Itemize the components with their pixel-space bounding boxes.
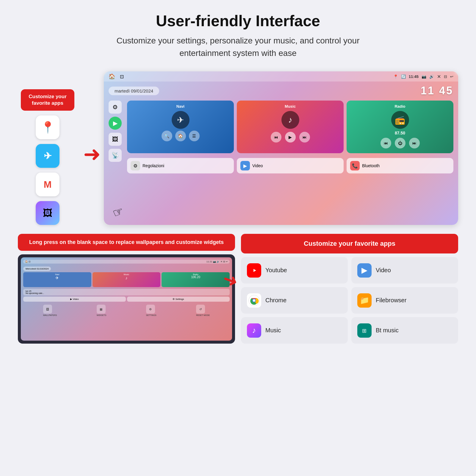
radio-label: Radio (350, 104, 450, 109)
bottom-left: Long press on the blank space to replace… (18, 234, 235, 344)
screen-topbar: 🏠 ⊡ 📍 🔄 11:45 📷 🔊 ✕ ⊟ ↩ (104, 71, 458, 82)
app-btmusic[interactable]: ⊞ Bt music (351, 317, 458, 344)
radio-icon: 📻 (391, 111, 409, 129)
filebrowser-icon: 📁 (357, 293, 372, 308)
screen-body: martedì 09/01/2024 11 45 ⚙ ▶ 🖼 📡 (104, 82, 458, 176)
music-app-icon: ♪ (247, 323, 261, 338)
mini-cards: Navi ✈ Music ♪ Radio 106.20 (23, 272, 230, 287)
chrome-icon (247, 293, 261, 308)
app-filebrowser[interactable]: 📁 Filebrowser (351, 287, 458, 314)
video-label: Video (252, 163, 263, 168)
mini-time: 11:21 📷 🔊 ✕ ⊟ ↩ (206, 260, 228, 263)
car-screen-wrapper: 🏠 ⊡ 📍 🔄 11:45 📷 🔊 ✕ ⊟ ↩ mar (104, 71, 458, 225)
mini-widgets-icon[interactable]: ▦ (97, 305, 106, 314)
music-play-btn[interactable]: ▶ (285, 132, 296, 143)
sidebar-gallery-icon[interactable]: 🖼 (109, 133, 122, 146)
mini-wallpapers-label: WALLPAPERS (43, 314, 57, 316)
navi-menu-btn[interactable]: ☰ (189, 131, 200, 141)
sidebar-settings-icon[interactable]: ⚙ (109, 101, 122, 114)
page-subtitle: Customize your settings, personalize you… (104, 35, 372, 60)
chrome-label: Chrome (265, 297, 286, 304)
mini-settings-tab-label: SETTINGS (146, 314, 156, 316)
car-screen: 🏠 ⊡ 📍 🔄 11:45 📷 🔊 ✕ ⊟ ↩ mar (104, 71, 458, 225)
screen-date-row: martedì 09/01/2024 11 45 (109, 84, 453, 97)
mini-radio-card: Radio 106.20 (162, 272, 230, 287)
app-icon-gmail[interactable]: M (36, 173, 60, 196)
btmusic-label: Bt music (376, 327, 399, 334)
app-icon-maps[interactable]: 📍 (36, 115, 60, 139)
right-arrow-icon: ➜ (83, 142, 101, 166)
mini-event: lun 15 No upcoming cale... (23, 289, 230, 295)
screen-time: 11 45 (421, 84, 453, 97)
app-music[interactable]: ♪ Music (241, 317, 348, 344)
back-icon[interactable]: ↩ (450, 74, 453, 79)
camera-icon: 📷 (422, 74, 426, 79)
customize-arrow: ➜ (83, 83, 101, 225)
bottom-right: Customize your favorite apps ➜ Youtube ▶… (241, 234, 458, 344)
music-prev-btn[interactable]: ⏮ (271, 132, 281, 143)
telegram-icon: ✈ (44, 150, 52, 162)
mini-wallpapers-icon[interactable]: 🖼 (43, 305, 52, 314)
svg-text:⊞: ⊞ (362, 328, 367, 334)
video-icon: ▶ (240, 161, 250, 170)
radio-freq: 87.50 (350, 131, 450, 135)
app-icon-gallery[interactable]: 🖼 (36, 201, 60, 225)
video-app-label: Video (376, 267, 391, 274)
close-icon[interactable]: ✕ (437, 74, 441, 79)
youtube-label: Youtube (265, 267, 287, 274)
navi-home-btn[interactable]: 🏠 (175, 131, 186, 141)
app-youtube[interactable]: Youtube (241, 257, 348, 284)
volume-icon: 🔊 (429, 74, 434, 79)
bluetooth-btn[interactable]: 📞 Bluetooth (347, 158, 453, 173)
sidebar-carplay-icon[interactable]: 📡 (109, 149, 122, 162)
bluetooth-icon: 📞 (350, 161, 360, 170)
mini-music-card: Music ♪ (93, 272, 161, 287)
music-card[interactable]: Music ♪ ⏮ ▶ ⏭ (237, 101, 344, 153)
video-btn[interactable]: ▶ Video (237, 158, 344, 173)
svg-point-5 (253, 299, 255, 302)
radio-next-btn[interactable]: ⏭ (409, 138, 420, 148)
video-app-icon: ▶ (357, 263, 372, 278)
music-next-btn[interactable]: ⏭ (299, 132, 310, 143)
location-icon: 📍 (393, 74, 398, 79)
mini-date: Mercoledì 01/10/2024 (23, 267, 51, 271)
screenshot-icon[interactable]: ⊡ (120, 74, 124, 79)
music-app-label: Music (265, 327, 281, 334)
radio-prev-btn[interactable]: ⏮ (381, 138, 391, 148)
app-icon-telegram[interactable]: ✈ (36, 144, 60, 168)
mini-home-icon: 🏠 ⊡ (25, 260, 31, 263)
mini-action-row: ▶ Video ⚙ Settings (23, 297, 230, 302)
wallpaper-badge: Long press on the blank space to replace… (18, 234, 235, 251)
app-cards-row: Navi ✈ 🔍 🏠 ☰ Music (127, 101, 453, 153)
mini-reset-icon[interactable]: ↺ (196, 305, 205, 314)
mini-screen-inner: 🏠 ⊡ 11:21 📷 🔊 ✕ ⊟ ↩ Mercoledì 01/10/2024… (21, 257, 232, 341)
regolazioni-btn[interactable]: ⚙ Regolazioni (127, 158, 234, 173)
settings-icon: ⚙ (131, 161, 140, 170)
bluetooth-label: Bluetooth (362, 163, 380, 168)
screen-main: Navi ✈ 🔍 🏠 ☰ Music (127, 101, 453, 173)
regolazioni-label: Regolazioni (143, 163, 164, 168)
mini-settings-icon[interactable]: ⚙ (146, 305, 155, 314)
navi-search-btn[interactable]: 🔍 (162, 131, 172, 141)
screen-topbar-right: 📍 🔄 11:45 📷 🔊 ✕ ⊟ ↩ (393, 74, 453, 79)
app-video[interactable]: ▶ Video (351, 257, 458, 284)
radio-card[interactable]: Radio 📻 87.50 ⏮ ⏻ ⏭ (347, 101, 453, 153)
customize-apps-badge: Customize your favorite apps (241, 234, 458, 253)
window-icon[interactable]: ⊟ (444, 74, 447, 79)
page-title: User-friendly Interface (156, 12, 320, 30)
mini-screen: 🏠 ⊡ 11:21 📷 🔊 ✕ ⊟ ↩ Mercoledì 01/10/2024… (18, 254, 235, 344)
sidebar-play-icon[interactable]: ▶ (109, 117, 122, 130)
cursor-hand-icon: ☞ (111, 204, 126, 220)
app-chrome[interactable]: Chrome (241, 287, 348, 314)
mini-video-btn: ▶ Video (23, 297, 126, 302)
customize-badge: Customize yourfavorite apps (21, 89, 74, 111)
navi-label: Navi (131, 104, 230, 109)
wifi-icon: 🔄 (401, 74, 406, 79)
youtube-icon (247, 263, 261, 278)
apps-grid: Youtube ▶ Video (241, 257, 458, 344)
radio-power-btn[interactable]: ⏻ (395, 138, 405, 148)
navi-card[interactable]: Navi ✈ 🔍 🏠 ☰ (127, 101, 234, 153)
mini-reset-label: RESET MODE (196, 314, 210, 316)
gmail-icon: M (44, 179, 52, 190)
home-icon[interactable]: 🏠 (109, 73, 115, 80)
